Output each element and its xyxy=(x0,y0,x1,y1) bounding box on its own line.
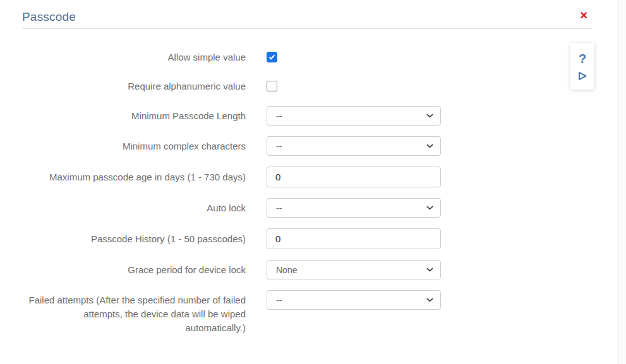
field-label: Minimum Passcode Length xyxy=(22,109,246,123)
panel-header: Passcode ✕ xyxy=(22,0,593,29)
play-icon[interactable] xyxy=(577,71,587,81)
form-row-minimum-passcode-length: Minimum Passcode Length -- xyxy=(22,106,441,126)
chevron-down-icon xyxy=(426,114,433,118)
select-value: -- xyxy=(276,203,282,213)
allow-simple-value-checkbox[interactable] xyxy=(267,52,277,62)
failed-attempts-select[interactable]: -- xyxy=(267,290,441,310)
select-value: -- xyxy=(276,141,282,151)
checkmark-icon xyxy=(268,54,275,60)
field-label: Passcode History (1 - 50 passcodes) xyxy=(22,232,246,246)
form-row-grace-period: Grace period for device lock None xyxy=(22,260,441,279)
maximum-passcode-age-input[interactable] xyxy=(267,167,441,187)
help-card: ? xyxy=(570,43,594,90)
field-label: Require alphanumeric value xyxy=(22,79,246,93)
field-label: Minimum complex characters xyxy=(22,139,246,153)
select-value: None xyxy=(276,265,297,275)
chevron-down-icon xyxy=(426,206,433,210)
close-icon[interactable]: ✕ xyxy=(580,11,588,21)
field-label: Allow simple value xyxy=(22,50,246,64)
form-row-require-alphanumeric-value: Require alphanumeric value xyxy=(22,77,441,95)
minimum-passcode-length-select[interactable]: -- xyxy=(267,106,441,126)
passcode-history-input[interactable] xyxy=(267,228,441,249)
field-label: Auto lock xyxy=(22,201,246,215)
chevron-down-icon xyxy=(426,298,433,302)
form-row-allow-simple-value: Allow simple value xyxy=(22,48,441,66)
minimum-complex-characters-select[interactable]: -- xyxy=(267,136,441,156)
form-row-maximum-passcode-age: Maximum passcode age in days (1 - 730 da… xyxy=(22,167,441,187)
select-value: -- xyxy=(276,295,282,305)
help-question-icon[interactable]: ? xyxy=(579,52,586,65)
panel-right-edge xyxy=(618,0,626,364)
chevron-down-icon xyxy=(426,144,433,148)
select-value: -- xyxy=(276,111,282,121)
form-row-minimum-complex-characters: Minimum complex characters -- xyxy=(22,136,441,156)
chevron-down-icon xyxy=(426,267,433,272)
grace-period-select[interactable]: None xyxy=(267,260,441,279)
form-row-failed-attempts: Failed attempts (After the specified num… xyxy=(22,290,441,335)
require-alphanumeric-value-checkbox[interactable] xyxy=(267,81,277,91)
field-label: Maximum passcode age in days (1 - 730 da… xyxy=(22,170,246,184)
field-label: Grace period for device lock xyxy=(22,263,246,277)
passcode-form: Allow simple value Require alphanumeric … xyxy=(22,29,441,335)
form-row-auto-lock: Auto lock -- xyxy=(22,198,441,218)
page-title: Passcode xyxy=(22,10,593,23)
auto-lock-select[interactable]: -- xyxy=(267,198,441,218)
field-label: Failed attempts (After the specified num… xyxy=(22,290,246,335)
form-row-passcode-history: Passcode History (1 - 50 passcodes) xyxy=(22,228,441,249)
passcode-settings-panel: Passcode ✕ ? Allow simple value Require … xyxy=(0,0,626,364)
